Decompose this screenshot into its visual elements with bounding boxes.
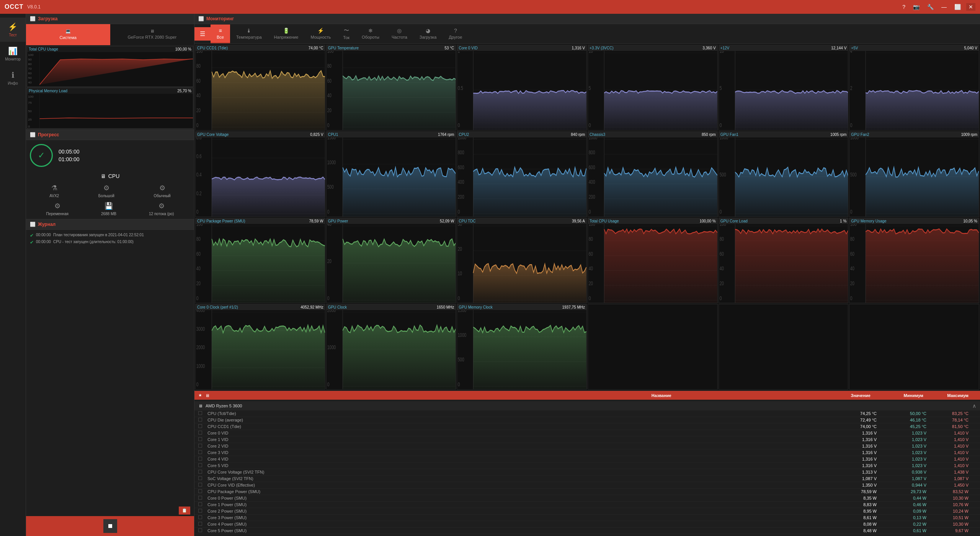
row-name-12: CPU Package Power (SMU) [207,489,819,494]
tab-other[interactable]: ? Другое [443,25,468,43]
memory-label: 2688 MB [101,212,116,216]
load-section-header: ⬜ Загрузка [26,14,194,24]
sidebar-item-monitor[interactable]: 📊 Монитор [0,42,26,66]
tab-other-label: Другое [449,35,462,39]
chart-value-14: 39,56 A [572,219,585,223]
chart-label-19: GPU Clock [328,305,347,309]
close-btn[interactable]: ✕ [966,3,975,11]
sistema-icon: 💻 [65,29,71,34]
tab-current[interactable]: 〜 Ток [337,24,356,44]
chart-body-2: 1 0.5 0 [457,51,586,130]
chart-header-11: GPU Fan2 1009 rpm [849,132,979,137]
col-value-header: Значение [813,393,871,398]
expand-icon[interactable]: ∧ [972,403,976,409]
chart-header-0: CPU CCD1 (Tdie) 74,00 °C [196,45,325,51]
svg-text:80: 80 [327,62,331,69]
svg-text:4000: 4000 [196,310,205,314]
svg-marker-118 [474,167,586,217]
row-min-6: 1,023 V [877,450,926,455]
table-row: Core 1 Power (SMU) 8,83 W 0,46 W 10,76 W [194,502,980,508]
svg-text:20: 20 [196,107,201,114]
normal-option[interactable]: ⚙ Обычный [154,184,170,198]
svg-text:80: 80 [28,62,32,66]
journal-entry-0: ✔ 00:00:00 План тестирования запущен в 2… [30,232,190,239]
svg-text:0: 0 [589,122,591,129]
svg-text:10: 10 [458,270,462,277]
table-row: Core 2 VID 1,316 V 1,023 V 1,410 V [194,443,980,449]
window-controls: ? 📷 🔧 — ⬜ ✕ [900,3,975,11]
chart-value-19: 1650 MHz [437,305,454,309]
monitor-menu-btn[interactable]: ☰ [194,27,211,41]
chart-label-15: Total CPU Usage [590,219,619,223]
tab-freq[interactable]: ◎ Частота [385,25,413,43]
svg-text:0: 0 [327,381,329,388]
row-value-17: 8,08 W [819,522,877,526]
screenshot-btn[interactable]: 📷 [911,3,922,11]
tab-power[interactable]: ⚡ Мощность [304,25,337,43]
tab-temperature[interactable]: 🌡 Температура [230,25,268,43]
avx2-icon: ⚗ [51,184,57,192]
svg-text:40: 40 [196,92,201,99]
tab-all[interactable]: ≡ Все [211,25,230,43]
maximize-btn[interactable]: ⬜ [952,3,963,11]
table-row: Core 4 VID 1,316 V 1,023 V 1,410 V [194,456,980,462]
chart-header-4: +12V 12,144 V [719,45,848,51]
row-name-9: CPU Core Voltage (SVI2 TFN) [207,470,819,474]
memory-icon: 💾 [105,202,113,210]
normal-label: Обычный [154,194,170,198]
svg-text:200: 200 [589,193,595,200]
sidebar-item-test[interactable]: ⚡ Тест [0,18,26,42]
svg-text:40: 40 [28,80,32,84]
journal-time-0: 00:00:00 [36,233,51,237]
sidebar-item-info[interactable]: ℹ Инфо [0,66,26,90]
row-min-5: 1,023 V [877,444,926,448]
tab-load[interactable]: ◕ Загрузка [413,25,443,43]
row-max-10: 1,087 V [926,476,976,481]
big-option[interactable]: ⚙ Большой [98,184,114,198]
avx2-option[interactable]: ⚗ AVX2 [49,184,59,198]
chart-body-1: 100 80 60 40 20 0 [327,51,456,130]
screen-icon[interactable]: 🖥 [205,393,209,398]
check-icon: ✓ [38,150,45,160]
table-row: Core 4 Power (SMU) 8,08 W 0,22 W 10,30 W [194,521,980,528]
help-btn[interactable]: ? [900,3,908,11]
sidebar-label-monitor: Монитор [5,57,21,61]
minimize-btn[interactable]: — [939,3,949,11]
chart-value-17: 10,05 % [963,219,977,223]
stop-button[interactable]: ⏹ [103,519,117,533]
table-row: Core 3 VID 1,316 V 1,023 V 1,410 V [194,449,980,456]
chart-header-19: GPU Clock 1650 MHz [327,304,456,310]
row-value-3: 1,316 V [819,431,877,435]
row-value-9: 1,313 V [819,470,877,474]
progress-content: ✓ 00:05:00 01:00:00 [26,140,194,171]
cpu-chart-header: Total CPU Usage 100,00 % [27,46,193,52]
row-max-13: 10,30 W [926,496,976,500]
tab-sistema[interactable]: 💻 Система [26,24,110,45]
svg-text:50: 50 [28,109,32,113]
svg-text:0: 0 [196,122,199,129]
row-max-15: 10,24 W [926,509,976,513]
svg-text:0.6: 0.6 [196,152,202,159]
tab-rpm[interactable]: ❄ Обороты [356,25,385,43]
chart-header-3: +3.3V (3VCC) 3,360 V [588,45,717,51]
svg-marker-92 [212,177,325,216]
app-logo: OCCT [5,3,23,10]
svg-text:30: 30 [458,224,462,227]
settings-btn[interactable]: 🔧 [925,3,936,11]
chart-body-5: 4 2 0 [849,51,979,130]
copy-journal-btn[interactable]: 📋 [179,507,190,515]
left-panel: ⬜ Загрузка 💻 Система 🖥 GeForce RTX 2080 … [26,14,194,536]
row-value-18: 8,48 W [819,528,877,533]
svg-text:100: 100 [327,51,333,54]
star-icon[interactable]: ★ [198,393,202,398]
chart-label-10: GPU Fan1 [720,132,738,137]
journal-title: Журнал [38,222,56,227]
row-max-6: 1,410 V [926,450,976,455]
svg-text:0: 0 [327,294,329,301]
tab-voltage[interactable]: 🔋 Напряжение [268,25,305,43]
row-max-2: 81,50 °C [926,424,976,429]
row-name-5: Core 2 VID [207,444,819,448]
chart-body-19: 2000 1000 0 [327,310,456,389]
row-value-1: 72,49 °C [819,418,877,422]
tab-gpu[interactable]: 🖥 GeForce RTX 2080 Super [110,24,194,45]
